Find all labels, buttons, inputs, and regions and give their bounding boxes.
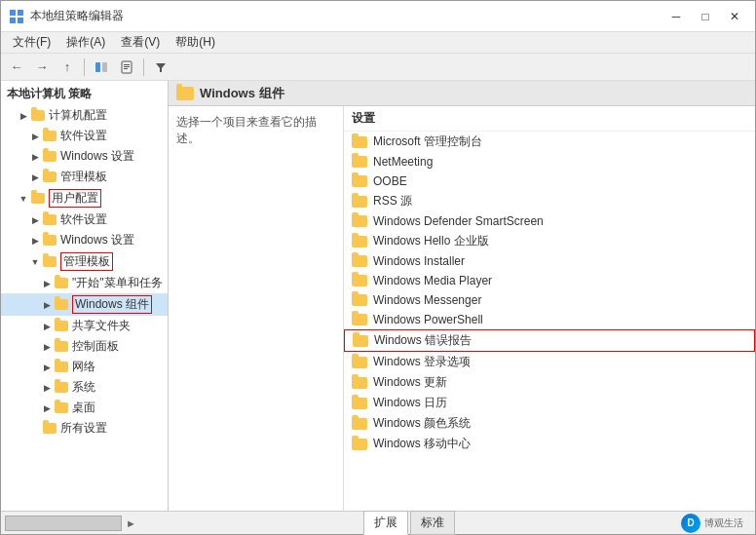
folder-icon bbox=[352, 418, 367, 430]
sidebar-item-label: 网络 bbox=[72, 359, 95, 375]
sidebar-item-desktop[interactable]: ▶ 桌面 bbox=[1, 398, 168, 418]
forward-button[interactable]: → bbox=[30, 57, 54, 78]
settings-item-update[interactable]: Windows 更新 bbox=[344, 372, 755, 393]
sidebar-item-network[interactable]: ▶ 网络 bbox=[1, 357, 168, 377]
expand-icon: ▶ bbox=[40, 298, 54, 312]
back-button[interactable]: ← bbox=[5, 57, 28, 78]
sidebar-item-label: 桌面 bbox=[72, 400, 95, 416]
expand-icon: ▶ bbox=[40, 401, 54, 415]
properties-button[interactable] bbox=[115, 57, 138, 78]
sidebar-item-control-panel[interactable]: ▶ 控制面板 bbox=[1, 336, 168, 357]
content-header-title: Windows 组件 bbox=[200, 85, 284, 102]
content-area: Windows 组件 选择一个项目来查看它的描述。 设置 Microsoft 管… bbox=[169, 81, 755, 511]
expand-icon: ▶ bbox=[40, 381, 54, 395]
sidebar-item-windows-components[interactable]: ▶ Windows 组件 bbox=[1, 293, 168, 316]
sidebar-item-admin-templates-1[interactable]: ▶ 管理模板 bbox=[1, 167, 168, 187]
item-label: Windows PowerShell bbox=[373, 313, 483, 326]
settings-item-defender[interactable]: Windows Defender SmartScreen bbox=[344, 211, 755, 231]
svg-rect-3 bbox=[18, 18, 23, 23]
sidebar-item-label: 管理模板 bbox=[63, 253, 110, 270]
item-label: RSS 源 bbox=[373, 193, 412, 210]
sidebar-item-label: Windows 组件 bbox=[75, 296, 149, 313]
folder-icon bbox=[42, 170, 57, 185]
settings-item-color-system[interactable]: Windows 颜色系统 bbox=[344, 413, 755, 434]
item-label: Windows 更新 bbox=[373, 374, 447, 391]
sidebar-item-system[interactable]: ▶ 系统 bbox=[1, 377, 168, 398]
sidebar-item-all-settings[interactable]: 所有设置 bbox=[1, 418, 168, 439]
svg-rect-7 bbox=[124, 64, 130, 65]
menu-view[interactable]: 查看(V) bbox=[113, 32, 168, 53]
tab-expand[interactable]: 扩展 bbox=[363, 511, 408, 535]
toolbar-separator-2 bbox=[143, 58, 144, 76]
svg-rect-0 bbox=[10, 10, 16, 16]
menu-bar: 文件(F) 操作(A) 查看(V) 帮助(H) bbox=[1, 32, 755, 54]
settings-item-rss[interactable]: RSS 源 bbox=[344, 191, 755, 211]
minimize-button[interactable]: ─ bbox=[663, 7, 689, 26]
sidebar-item-start-menu[interactable]: ▶ "开始"菜单和任务 bbox=[1, 273, 168, 293]
settings-item-error-report[interactable]: Windows 错误报告 bbox=[344, 329, 755, 352]
sidebar-item-windows-settings-2[interactable]: ▶ Windows 设置 bbox=[1, 230, 168, 250]
folder-icon bbox=[352, 215, 367, 227]
folder-icon bbox=[352, 255, 367, 267]
folder-icon bbox=[352, 175, 367, 187]
sidebar-header: 本地计算机 策略 bbox=[1, 83, 168, 105]
settings-item-microsoft-mgmt[interactable]: Microsoft 管理控制台 bbox=[344, 132, 755, 152]
item-label: Microsoft 管理控制台 bbox=[373, 134, 482, 150]
svg-rect-1 bbox=[18, 10, 23, 16]
item-label: Windows Hello 企业版 bbox=[373, 233, 489, 249]
settings-item-login-options[interactable]: Windows 登录选项 bbox=[344, 352, 755, 372]
menu-action[interactable]: 操作(A) bbox=[58, 32, 113, 53]
svg-rect-4 bbox=[95, 62, 100, 72]
content-header: Windows 组件 bbox=[169, 81, 755, 106]
sidebar-item-software-1[interactable]: ▶ 软件设置 bbox=[1, 126, 168, 146]
expand-icon: ▶ bbox=[28, 234, 42, 248]
sidebar-item-computer-config[interactable]: ▶ 计算机配置 bbox=[1, 105, 168, 126]
sidebar-item-label: "开始"菜单和任务 bbox=[72, 275, 163, 291]
svg-rect-8 bbox=[124, 66, 130, 67]
show-hide-button[interactable] bbox=[90, 57, 113, 78]
settings-item-media-player[interactable]: Windows Media Player bbox=[344, 271, 755, 290]
settings-item-mobile[interactable]: Windows 移动中心 bbox=[344, 434, 755, 454]
toolbar-separator-1 bbox=[84, 58, 85, 76]
app-icon bbox=[9, 9, 24, 24]
content-panels: 选择一个项目来查看它的描述。 设置 Microsoft 管理控制台 NetMee… bbox=[169, 106, 755, 511]
expand-icon: ▼ bbox=[17, 192, 30, 206]
folder-icon bbox=[352, 357, 367, 368]
settings-item-calendar[interactable]: Windows 日历 bbox=[344, 393, 755, 413]
item-label: Windows 登录选项 bbox=[373, 354, 471, 370]
settings-item-installer[interactable]: Windows Installer bbox=[344, 251, 755, 271]
folder-icon bbox=[42, 421, 57, 437]
settings-item-netmeeting[interactable]: NetMeeting bbox=[344, 152, 755, 172]
sidebar-item-user-config[interactable]: ▼ 用户配置 bbox=[1, 187, 168, 210]
settings-item-hello[interactable]: Windows Hello 企业版 bbox=[344, 231, 755, 251]
status-scroll bbox=[5, 516, 122, 531]
folder-icon bbox=[352, 294, 367, 306]
close-button[interactable]: ✕ bbox=[722, 7, 747, 26]
filter-button[interactable] bbox=[149, 57, 172, 78]
sidebar-item-shared-folders[interactable]: ▶ 共享文件夹 bbox=[1, 316, 168, 336]
maximize-button[interactable]: □ bbox=[693, 7, 718, 26]
up-button[interactable]: ↑ bbox=[56, 57, 79, 78]
menu-file[interactable]: 文件(F) bbox=[5, 32, 58, 53]
expand-icon bbox=[28, 422, 42, 436]
expand-icon: ▶ bbox=[40, 320, 54, 333]
sidebar-item-label: 所有设置 bbox=[60, 420, 107, 437]
sidebar-item-software-2[interactable]: ▶ 软件设置 bbox=[1, 210, 168, 230]
settings-panel: 设置 Microsoft 管理控制台 NetMeeting OOBE bbox=[344, 106, 755, 511]
sidebar-item-label: 软件设置 bbox=[60, 128, 107, 144]
expand-arrow: ► bbox=[126, 517, 136, 529]
folder-icon bbox=[54, 401, 69, 416]
settings-item-oobe[interactable]: OOBE bbox=[344, 172, 755, 191]
sidebar-item-label: 系统 bbox=[72, 379, 95, 396]
sidebar-item-admin-templates-2[interactable]: ▼ 管理模板 bbox=[1, 250, 168, 273]
settings-item-powershell[interactable]: Windows PowerShell bbox=[344, 310, 755, 329]
sidebar-item-label: Windows 设置 bbox=[60, 232, 134, 248]
tab-standard[interactable]: 标准 bbox=[410, 511, 455, 535]
item-label: OOBE bbox=[373, 174, 407, 188]
expand-icon: ▼ bbox=[28, 255, 42, 269]
expand-icon: ▶ bbox=[28, 171, 42, 184]
svg-rect-5 bbox=[102, 62, 107, 72]
menu-help[interactable]: 帮助(H) bbox=[168, 32, 223, 53]
settings-item-messenger[interactable]: Windows Messenger bbox=[344, 290, 755, 310]
sidebar-item-windows-settings-1[interactable]: ▶ Windows 设置 bbox=[1, 146, 168, 167]
